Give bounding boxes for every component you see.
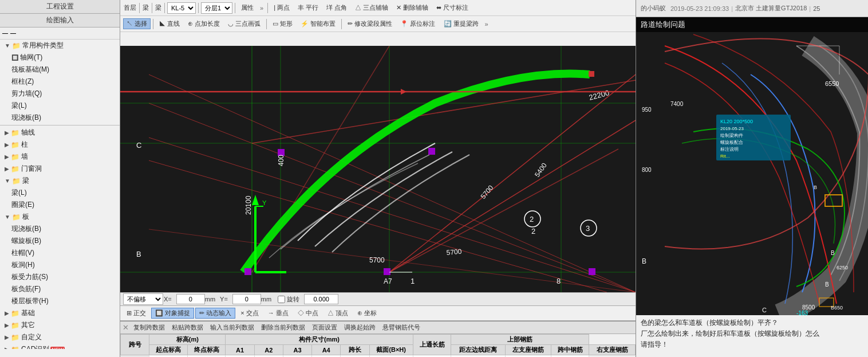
main-area: 首层 梁 梁 KL-5 分层1 属性 » | 两点 丰 平行 垟 点角 △ 三点… [120, 0, 636, 357]
tree-item-slab-hole[interactable]: 板洞(H) [0, 259, 120, 271]
copy-span-btn[interactable]: 复制跨数据 [131, 323, 167, 332]
dynamic-input-btn[interactable]: ✏ 动态输入 [195, 308, 235, 319]
object-snap-btn[interactable]: 🔲 对象捕捉 [151, 308, 194, 319]
tree-item-col-cap[interactable]: 柱帽(V) [0, 247, 120, 259]
angle-btn[interactable]: 垟 点角 [323, 2, 350, 13]
y-input[interactable] [232, 294, 261, 304]
svg-text:5400: 5400 [533, 162, 549, 179]
td-a3[interactable] [283, 355, 311, 358]
td-a2[interactable] [254, 355, 283, 358]
select-btn[interactable]: ↖ 选择 [123, 18, 151, 29]
tree-item-col-group[interactable]: ▶ 📁 柱 [0, 139, 120, 151]
tree-item-beam[interactable]: 梁(L) [0, 100, 120, 112]
rotate-check[interactable] [278, 296, 285, 303]
element-select[interactable]: KL-5 [167, 2, 196, 14]
intersect-btn[interactable]: × 交点 [236, 308, 262, 319]
line-btn[interactable]: ◣ 直线 [156, 18, 183, 29]
tree-item-shearwall[interactable]: 剪力墙(Q) [0, 88, 120, 100]
re-span-btn[interactable]: 🔄 重提梁跨 [440, 18, 482, 29]
th-a2: A2 [254, 345, 283, 355]
sep8 [266, 19, 267, 29]
svg-line-4 [149, 229, 636, 292]
tree-item-rebar-s[interactable]: 板受力筋(S) [0, 271, 120, 283]
drawing-canvas[interactable]: Y 22200 5700 5700 5400 20100 400 5700 C … [120, 46, 636, 292]
td-a4[interactable] [312, 355, 341, 358]
th-dist-left: 距左边线距离 [451, 345, 505, 355]
attr-btn[interactable]: 属性 [238, 2, 257, 13]
sidebar-header-draw[interactable]: 绘图输入 [0, 14, 120, 28]
smart-btn[interactable]: ⚡ 智能布置 [297, 18, 339, 29]
two-point-btn[interactable]: | 两点 [270, 2, 293, 13]
y-unit: mm [261, 296, 271, 303]
svg-text:B: B [825, 281, 829, 288]
tree-item-neg-bar[interactable]: 板负筋(F) [0, 283, 120, 295]
rotate-label: 旋转 [287, 295, 299, 304]
svg-text:2: 2 [530, 215, 534, 223]
new-badge: NEW [50, 347, 65, 350]
perp-btn[interactable]: → 垂点 [264, 308, 293, 319]
td-a1[interactable] [226, 355, 254, 358]
tree-item-ring-beam[interactable]: 圈梁(E) [0, 199, 120, 211]
td-end-h[interactable] [187, 355, 226, 358]
tree-item-slab[interactable]: 现浇板(B) [0, 112, 120, 124]
x-input[interactable] [176, 294, 205, 304]
tree-item-spiral-slab[interactable]: 螺旋板(B) [0, 235, 120, 247]
td-left-rebar[interactable] [451, 355, 505, 358]
y-label: Y= [220, 296, 228, 303]
tree-item-beam-group[interactable]: ▼ 📁 梁 [0, 175, 120, 187]
offset-select[interactable]: 不偏移 [123, 293, 163, 305]
tree-item-foundation[interactable]: ▶ 📁 基础 [0, 307, 120, 319]
tree-item-cad[interactable]: ▶ 📁 CAD识别 NEW [0, 343, 120, 349]
swap-start-btn[interactable]: 调换起始跨 [342, 323, 378, 332]
tree-item-custom[interactable]: ▶ 📁 自定义 [0, 331, 120, 343]
svg-rect-22 [428, 148, 435, 155]
in-situ-btn[interactable]: 📍 原位标注 [397, 18, 439, 29]
cantilever-rebar-btn[interactable]: 悬臂钢筋代号 [380, 323, 423, 332]
midpoint-btn[interactable]: ◇ 中点 [294, 308, 322, 319]
tree-item-cast-slab[interactable]: 现浇板(B) [0, 223, 120, 235]
three-point-btn[interactable]: △ 三点辅轴 [352, 2, 392, 13]
svg-rect-25 [244, 268, 251, 275]
rotate-input[interactable] [304, 294, 338, 304]
del-aux-btn[interactable]: ✕ 删除辅轴 [393, 2, 432, 13]
tree-item-axis[interactable]: 🔲 轴网(T) [0, 52, 120, 64]
three-arc-btn[interactable]: ◡ 三点画弧 [224, 18, 264, 29]
del-col-btn[interactable]: 删除当前列数据 [259, 323, 307, 332]
td-start-h[interactable] [149, 355, 188, 358]
td-right-rebar[interactable] [551, 355, 589, 358]
td-section[interactable] [369, 355, 413, 358]
tree-item-column[interactable]: 框柱(Z) [0, 76, 120, 88]
dimension-btn[interactable]: ⬌ 尺寸标注 [433, 2, 472, 13]
input-col-btn[interactable]: 输入当前列数据 [208, 323, 257, 332]
sep4 [198, 3, 199, 13]
td-mid-rebar[interactable] [505, 355, 551, 358]
point-len-btn[interactable]: ⊕ 点加长度 [184, 18, 223, 29]
tree-item-other[interactable]: ▶ 📁 其它 [0, 319, 120, 331]
ortho-btn[interactable]: ⊞ 正交 [123, 308, 150, 319]
td-span-len[interactable] [341, 355, 369, 358]
modify-seg-btn[interactable]: ✏ 修改梁段属性 [344, 18, 396, 29]
paste-span-btn[interactable]: 粘贴跨数据 [169, 323, 206, 332]
tree-item-wall-group[interactable]: ▶ 📁 墙 [0, 151, 120, 163]
canvas-svg: Y 22200 5700 5700 5400 20100 400 5700 C … [120, 46, 636, 292]
tree-item-common[interactable]: ▼ 📁 常用构件类型 [0, 40, 120, 52]
tree-item-floor-band[interactable]: 楼层板带(H) [0, 295, 120, 307]
parallel-btn[interactable]: 丰 平行 [294, 2, 322, 13]
folder5-icon: 📁 [11, 165, 19, 173]
tree-item-slab-group[interactable]: ▼ 📁 板 [0, 211, 120, 223]
chat-line-2: 厂怎么绘制出来，绘制好后和车道板（按螺旋板绘制）怎么 [641, 328, 863, 339]
rect-btn[interactable]: ▭ 矩形 [269, 18, 296, 29]
td-dist[interactable] [413, 355, 451, 358]
tree-item-door-group[interactable]: ▶ 📁 门窗洞 [0, 163, 120, 175]
page-setup-btn[interactable]: 页面设置 [310, 323, 340, 332]
toolbar-row1: 首层 梁 梁 KL-5 分层1 属性 » | 两点 丰 平行 垟 点角 △ 三点… [120, 0, 636, 16]
tree-item-raft[interactable]: 筏板基础(M) [0, 64, 120, 76]
tree-item-beam-l[interactable]: 梁(L) [0, 187, 120, 199]
layer-select[interactable]: 分层1 [201, 2, 232, 14]
coord-btn[interactable]: ⊕ 坐标 [353, 308, 381, 319]
sidebar-header-project[interactable]: 工程设置 [0, 0, 120, 14]
right-drawing-canvas[interactable]: 路道绘制问题 KL20 200*500 2019-0 [636, 17, 868, 315]
tree-item-axisline[interactable]: ▶ 📁 轴线 [0, 127, 120, 139]
svg-text:7400: 7400 [670, 101, 684, 107]
endpoint-btn[interactable]: △ 顶点 [323, 308, 352, 319]
